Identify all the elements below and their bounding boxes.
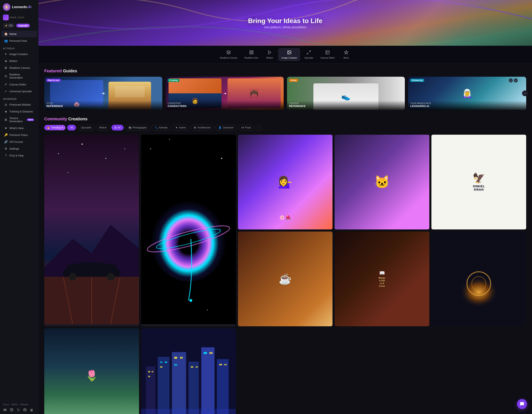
guide-card-style-reference[interactable]: 🌸 ➜ How to use STYLE REFERENCE <box>44 77 162 110</box>
tool-nav-realtime-canvas[interactable]: Realtime Canvas <box>217 48 240 61</box>
sidebar-item-realtime-canvas[interactable]: ⊞ Realtime Canvas <box>1 64 37 71</box>
user-name-placeholder <box>18 17 24 18</box>
grid-item-city-night[interactable] <box>141 328 236 414</box>
svg-point-10 <box>288 51 289 52</box>
tool-nav-upscaler[interactable]: Upscaler <box>301 48 316 61</box>
filter-photography-button[interactable]: 📷 Photography <box>125 125 150 131</box>
tool-nav-realtime-gen[interactable]: Realtime Gen <box>241 48 261 61</box>
guide-card-content-reference[interactable]: 👟 Using CONTENT REFERENCE <box>287 77 405 110</box>
sidebar-item-finetuned-models[interactable]: ◎ Finetuned Models <box>1 101 37 108</box>
sidebar-item-home[interactable]: 🏠 Home <box>1 30 37 37</box>
settings-icon: ⚙ <box>4 147 8 150</box>
tool-nav-more[interactable]: More <box>339 48 353 61</box>
tool-nav-motion-label: Motion <box>266 57 273 59</box>
grid-item-white-cat[interactable]: 🐱 <box>335 135 429 230</box>
affiliates-link[interactable]: Affiliates <box>20 403 28 406</box>
sidebar-item-faq-help[interactable]: ? FAQ & Help <box>1 152 37 159</box>
sidebar-item-canvas-editor[interactable]: ✐ Canvas Editor <box>1 81 37 88</box>
hero-title: Bring Your Ideas to Life <box>248 17 323 25</box>
sidebar-item-whats-new[interactable]: ★ What's New <box>1 125 37 131</box>
guide-card-enhancing[interactable]: 🧝‍♀️ ‹ › Enhancing YOUR IMAGES WITH LEON… <box>408 77 526 110</box>
filter-more-button[interactable]: › <box>256 125 262 131</box>
filter-motion-button[interactable]: Motion <box>96 125 110 131</box>
main-content: Bring Your Ideas to Life One platform, i… <box>38 0 532 414</box>
guide-text-3: CONTENT REFERENCE <box>287 101 405 110</box>
hero-banner: Bring Your Ideas to Life One platform, i… <box>38 0 532 46</box>
sidebar-item-personal-feed[interactable]: 👥 Personal Feed <box>1 38 37 44</box>
sidebar-item-texture-gen[interactable]: ⊞ Texture Generation Alpha <box>1 115 37 125</box>
discord-icon[interactable] <box>3 408 7 412</box>
sidebar-item-training[interactable]: ◈ Training & Datasets <box>1 108 37 115</box>
sidebar-item-realtime-gen[interactable]: ⊡ Realtime Generation <box>1 71 37 81</box>
api-icon: 🔗 <box>4 140 8 144</box>
featured-guides-title: Featured Guides <box>44 68 526 73</box>
sidebar: L Leonardo.Ai ⚡ 150 Upgrade 🏠 Home 👥 Per… <box>0 0 38 414</box>
filter-all-button[interactable]: All <box>67 125 76 131</box>
faq-icon: ? <box>4 154 8 157</box>
sidebar-item-universal-upscaler[interactable]: ⤢ Universal Upscaler <box>1 88 37 95</box>
sidebar-item-motion[interactable]: ◈ Motion <box>1 58 37 64</box>
grid-item-woman-flowers[interactable]: 💁‍♀️ 🌸 🌺 <box>238 135 333 230</box>
training-icon: ◈ <box>4 110 8 113</box>
ai-tools-label: AI Tools <box>0 44 38 50</box>
logo-avatar: L <box>3 3 10 11</box>
tool-nav-image-creation[interactable]: Image Creation <box>278 48 300 61</box>
logo-text: Leonardo.Ai <box>12 5 31 9</box>
sidebar-item-premium-plans[interactable]: 🔑 Premium Plans <box>1 132 37 138</box>
chat-button[interactable] <box>517 399 527 409</box>
sidebar-item-api-access[interactable]: 🔗 API Access <box>1 138 37 145</box>
upscaler-icon: ⤢ <box>4 90 8 93</box>
twitter-icon[interactable] <box>16 408 20 412</box>
reddit-icon[interactable] <box>10 408 14 412</box>
sidebar-item-label: Home <box>9 32 17 36</box>
grid-item-coffee[interactable]: ☕ <box>238 231 333 326</box>
anime-icon: ★ <box>175 126 178 129</box>
tool-nav-motion[interactable]: Motion <box>262 48 277 61</box>
facebook-icon[interactable] <box>23 408 27 412</box>
grid-item-flower-white[interactable]: 🌷 <box>44 328 139 414</box>
filter-animals-button[interactable]: 🐾 Animals <box>152 125 171 131</box>
guide-text-2: CONSISTENT CHARACTERS <box>166 101 284 110</box>
sidebar-item-label: Image Creation <box>9 53 28 56</box>
filter-upscaled-button[interactable]: Upscaled <box>78 125 94 131</box>
filter-all2-button[interactable]: ⊞ All <box>111 125 124 131</box>
sidebar-item-label: Canvas Editor <box>9 83 26 86</box>
grid-item-raven[interactable]: 🦅 ONKELKRAH <box>431 135 526 230</box>
guide-prev-arrow[interactable]: ‹ <box>509 78 513 83</box>
logo[interactable]: L Leonardo.Ai <box>0 0 38 13</box>
trending-filter-button[interactable]: 🔥 Trending ▾ <box>44 125 66 130</box>
filter-food-button[interactable]: 🍽 Food <box>238 125 254 131</box>
guide-title-3: REFERENCE <box>289 105 403 108</box>
sidebar-item-image-creation[interactable]: ✦ Image Creation <box>1 51 37 57</box>
content-area: Featured Guides <box>38 64 532 414</box>
food-icon: 🍽 <box>241 126 244 129</box>
upgrade-button[interactable]: Upgrade <box>16 24 30 28</box>
terms-link[interactable]: Terms <box>3 403 9 406</box>
grid-item-portal[interactable] <box>431 231 526 326</box>
footer-links: Terms DMCA Affiliates <box>3 403 35 406</box>
guide-text-4: YOUR IMAGES WITH LEONARDO.AI <box>408 101 526 110</box>
guides-next-arrow[interactable]: › <box>522 90 528 96</box>
guide-card-consistent-characters[interactable]: 👩 ➜ 🦱 Creating CONSISTENT CHARACTERS <box>166 77 284 110</box>
texture-icon: ⊞ <box>4 118 8 121</box>
filter-anime-button[interactable]: ★ Anime <box>172 125 189 131</box>
image-grid: 💁‍♀️ 🌸 🌺 <box>44 135 526 414</box>
whats-new-icon: ★ <box>4 126 8 130</box>
finetuned-icon: ◎ <box>4 103 8 106</box>
sidebar-nav: 🏠 Home 👥 Personal Feed AI Tools ✦ Image … <box>0 30 38 401</box>
grid-item-book[interactable]: 📖 Words:A Giftor ACurse <box>335 231 429 326</box>
guide-next-arrow-inner[interactable]: › <box>514 78 518 83</box>
apple-icon[interactable] <box>29 408 34 412</box>
grid-item-black-hole[interactable] <box>141 135 236 326</box>
dmca-link[interactable]: DMCA <box>11 403 18 406</box>
tool-nav-canvas-editor[interactable]: Canvas Editor <box>318 48 338 61</box>
grid-item-dark-car[interactable] <box>44 135 139 326</box>
canvas-editor-tool-icon <box>325 50 330 56</box>
sidebar-item-label: Universal Upscaler <box>9 90 32 93</box>
user-dots <box>10 17 16 18</box>
sidebar-item-settings[interactable]: ⚙ Settings <box>1 145 37 152</box>
filter-character-button[interactable]: 👤 Character <box>215 125 237 131</box>
community-section: Community Creations 🔥 Trending ▾ All Ups… <box>44 116 526 414</box>
filter-architecture-button[interactable]: 🏛 Architecture <box>190 125 214 131</box>
svg-rect-4 <box>250 51 251 52</box>
